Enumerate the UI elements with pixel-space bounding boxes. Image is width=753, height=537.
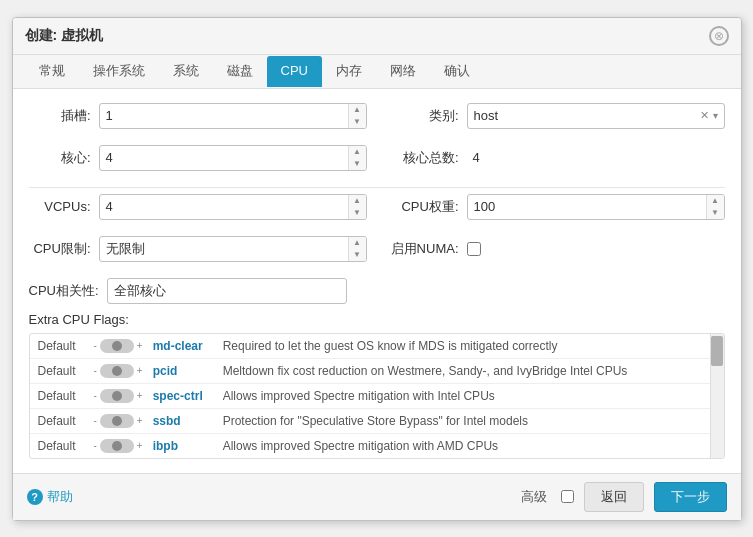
tab-bar: 常规 操作系统 系统 磁盘 CPU 内存 网络 确认 bbox=[13, 55, 741, 89]
cpu-limit-label: CPU限制: bbox=[29, 240, 99, 258]
slot-spinbox[interactable]: 1 ▲ ▼ bbox=[99, 103, 367, 129]
cpu-affinity-value: 全部核心 bbox=[108, 282, 346, 300]
core-spinbox[interactable]: 4 ▲ ▼ bbox=[99, 145, 367, 171]
cpu-weight-row: CPU权重: 100 ▲ ▼ bbox=[387, 194, 725, 220]
tab-disk[interactable]: 磁盘 bbox=[213, 55, 267, 89]
flag-row[interactable]: Default - + md-clear Required to let the… bbox=[30, 334, 710, 359]
help-icon: ? bbox=[27, 489, 43, 505]
numa-checkbox-container bbox=[467, 242, 481, 256]
core-label: 核心: bbox=[29, 149, 99, 167]
total-cores-label: 核心总数: bbox=[387, 149, 467, 167]
dialog-footer: ? 帮助 高级 返回 下一步 bbox=[13, 473, 741, 520]
numa-row: 启用NUMA: bbox=[387, 236, 725, 262]
tab-general[interactable]: 常规 bbox=[25, 55, 79, 89]
scroll-thumb[interactable] bbox=[711, 336, 723, 366]
cpu-affinity-row: CPU相关性: 全部核心 bbox=[29, 278, 725, 304]
category-select[interactable]: host ✕ ▾ bbox=[467, 103, 725, 129]
vcpus-up-arrow[interactable]: ▲ bbox=[349, 195, 366, 207]
slot-down-arrow[interactable]: ▼ bbox=[349, 116, 366, 128]
core-arrows: ▲ ▼ bbox=[348, 146, 366, 170]
vcpus-down-arrow[interactable]: ▼ bbox=[349, 207, 366, 219]
form-section-1: 插槽: 1 ▲ ▼ 类别: host ✕ ▾ bbox=[29, 103, 725, 137]
cpu-flags-table-wrapper: Default - + md-clear Required to let the… bbox=[29, 333, 725, 459]
vcpus-row: VCPUs: 4 ▲ ▼ bbox=[29, 194, 367, 220]
vcpus-label: VCPUs: bbox=[29, 199, 99, 214]
category-value: host bbox=[474, 108, 700, 123]
slot-arrows: ▲ ▼ bbox=[348, 104, 366, 128]
category-label: 类别: bbox=[387, 107, 467, 125]
cpu-limit-up-arrow[interactable]: ▲ bbox=[349, 237, 366, 249]
tab-memory[interactable]: 内存 bbox=[322, 55, 376, 89]
cpu-weight-up-arrow[interactable]: ▲ bbox=[707, 195, 724, 207]
flag-default-label: Default bbox=[38, 414, 88, 428]
cpu-weight-label: CPU权重: bbox=[387, 198, 467, 216]
flag-name: ibpb bbox=[153, 439, 223, 453]
cpu-limit-spinbox[interactable]: 无限制 ▲ ▼ bbox=[99, 236, 367, 262]
flag-desc: Meltdown fix cost reduction on Westmere,… bbox=[223, 364, 702, 378]
tab-os[interactable]: 操作系统 bbox=[79, 55, 159, 89]
cpu-weight-down-arrow[interactable]: ▼ bbox=[707, 207, 724, 219]
flag-default-label: Default bbox=[38, 364, 88, 378]
extra-cpu-flags-label: Extra CPU Flags: bbox=[29, 312, 725, 327]
footer-actions: 高级 返回 下一步 bbox=[521, 482, 727, 512]
flag-desc: Protection for "Speculative Store Bypass… bbox=[223, 414, 702, 428]
flag-default-label: Default bbox=[38, 389, 88, 403]
core-down-arrow[interactable]: ▼ bbox=[349, 158, 366, 170]
cpu-affinity-input[interactable]: 全部核心 bbox=[107, 278, 347, 304]
tab-confirm[interactable]: 确认 bbox=[430, 55, 484, 89]
cpu-limit-down-arrow[interactable]: ▼ bbox=[349, 249, 366, 261]
divider-1 bbox=[29, 187, 725, 188]
tab-network[interactable]: 网络 bbox=[376, 55, 430, 89]
next-button[interactable]: 下一步 bbox=[654, 482, 727, 512]
flag-row[interactable]: Default - + ssbd Protection for "Specula… bbox=[30, 409, 710, 434]
total-cores-row: 核心总数: 4 bbox=[387, 145, 725, 171]
tab-cpu[interactable]: CPU bbox=[267, 56, 322, 87]
main-content: 插槽: 1 ▲ ▼ 类别: host ✕ ▾ bbox=[13, 89, 741, 473]
category-clear-icon[interactable]: ✕ bbox=[700, 109, 709, 122]
help-label: 帮助 bbox=[47, 488, 73, 506]
flag-name: spec-ctrl bbox=[153, 389, 223, 403]
flag-default-label: Default bbox=[38, 439, 88, 453]
slot-up-arrow[interactable]: ▲ bbox=[349, 104, 366, 116]
cpu-affinity-label: CPU相关性: bbox=[29, 282, 107, 300]
close-button[interactable]: ⊗ bbox=[709, 26, 729, 46]
flag-toggle[interactable]: - + bbox=[94, 439, 143, 453]
flag-name: ssbd bbox=[153, 414, 223, 428]
flag-row[interactable]: Default - + spec-ctrl Allows improved Sp… bbox=[30, 384, 710, 409]
slot-row: 插槽: 1 ▲ ▼ bbox=[29, 103, 367, 129]
numa-checkbox[interactable] bbox=[467, 242, 481, 256]
vcpus-value: 4 bbox=[100, 199, 348, 214]
advanced-checkbox[interactable] bbox=[561, 490, 574, 503]
flag-desc: Allows improved Spectre mitigation with … bbox=[223, 389, 702, 403]
core-up-arrow[interactable]: ▲ bbox=[349, 146, 366, 158]
cpu-limit-value: 无限制 bbox=[100, 240, 348, 258]
flag-name: pcid bbox=[153, 364, 223, 378]
flag-toggle[interactable]: - + bbox=[94, 414, 143, 428]
form-section-4: CPU限制: 无限制 ▲ ▼ 启用NUMA: bbox=[29, 236, 725, 270]
flag-name: md-clear bbox=[153, 339, 223, 353]
flag-toggle[interactable]: - + bbox=[94, 339, 143, 353]
core-value: 4 bbox=[100, 150, 348, 165]
flag-desc: Required to let the guest OS know if MDS… bbox=[223, 339, 702, 353]
flag-row[interactable]: Default - + ibpb Allows improved Spectre… bbox=[30, 434, 710, 458]
cpu-limit-row: CPU限制: 无限制 ▲ ▼ bbox=[29, 236, 367, 262]
help-section[interactable]: ? 帮助 bbox=[27, 488, 73, 506]
cpu-weight-arrows: ▲ ▼ bbox=[706, 195, 724, 219]
back-button[interactable]: 返回 bbox=[584, 482, 644, 512]
flag-toggle[interactable]: - + bbox=[94, 364, 143, 378]
cpu-weight-value: 100 bbox=[468, 199, 706, 214]
advanced-label: 高级 bbox=[521, 488, 547, 506]
category-row: 类别: host ✕ ▾ bbox=[387, 103, 725, 129]
vcpus-spinbox[interactable]: 4 ▲ ▼ bbox=[99, 194, 367, 220]
slot-label: 插槽: bbox=[29, 107, 99, 125]
flag-row[interactable]: Default - + pcid Meltdown fix cost reduc… bbox=[30, 359, 710, 384]
numa-label: 启用NUMA: bbox=[387, 240, 467, 258]
flag-default-label: Default bbox=[38, 339, 88, 353]
close-icon: ⊗ bbox=[714, 30, 724, 42]
dialog-header: 创建: 虚拟机 ⊗ bbox=[13, 18, 741, 55]
flag-toggle[interactable]: - + bbox=[94, 389, 143, 403]
cpu-flags-table: Default - + md-clear Required to let the… bbox=[30, 334, 710, 458]
scrollbar[interactable] bbox=[710, 334, 724, 458]
cpu-weight-spinbox[interactable]: 100 ▲ ▼ bbox=[467, 194, 725, 220]
tab-system[interactable]: 系统 bbox=[159, 55, 213, 89]
